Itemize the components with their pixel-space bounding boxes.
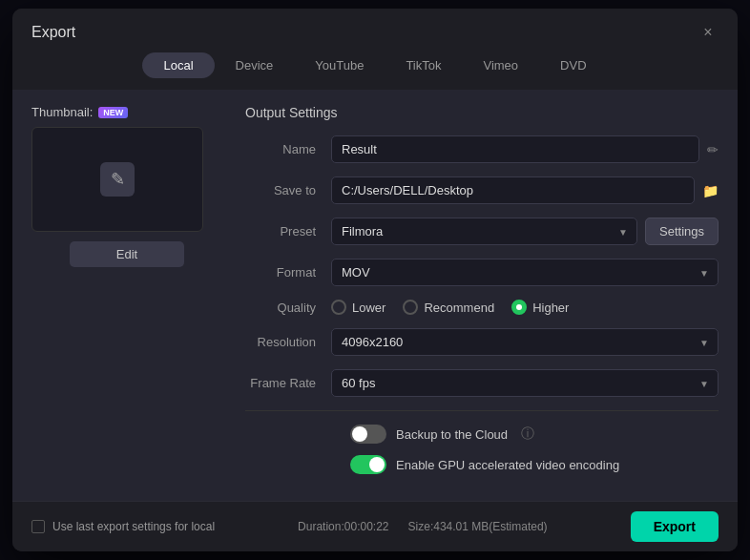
tab-local[interactable]: Local <box>142 52 214 78</box>
export-button[interactable]: Export <box>631 511 719 542</box>
frame-rate-select[interactable]: 60 fps <box>331 369 719 397</box>
format-select[interactable]: MOV <box>331 259 719 286</box>
gpu-thumb <box>369 457 385 472</box>
gpu-label: Enable GPU accelerated video encoding <box>396 458 619 472</box>
quality-radio-group: Lower Recommend Higher <box>331 300 569 315</box>
dialog-overlay: Export × Local Device YouTube TikTok Vim… <box>0 0 750 560</box>
footer-left: Use last export settings for local <box>31 520 215 533</box>
quality-recommend-option[interactable]: Recommend <box>403 300 494 315</box>
close-button[interactable]: × <box>698 22 719 43</box>
tab-tiktok[interactable]: TikTok <box>385 52 462 78</box>
quality-lower-option[interactable]: Lower <box>331 300 385 315</box>
size-label: Size: <box>408 520 434 533</box>
dialog-footer: Use last export settings for local Durat… <box>12 501 738 551</box>
backup-cloud-thumb <box>352 426 367 442</box>
save-to-input[interactable] <box>331 176 695 204</box>
gpu-toggle[interactable] <box>350 455 386 474</box>
tab-youtube[interactable]: YouTube <box>294 52 385 78</box>
quality-lower-label: Lower <box>352 301 385 315</box>
name-label: Name <box>245 142 331 156</box>
quality-label: Quality <box>245 301 331 315</box>
settings-divider <box>245 410 719 411</box>
thumbnail-label-row: Thumbnail: NEW <box>31 105 222 119</box>
preset-select[interactable]: Filmora <box>331 218 637 245</box>
thumbnail-text: Thumbnail: <box>31 105 93 119</box>
quality-lower-radio[interactable] <box>331 300 346 315</box>
settings-button[interactable]: Settings <box>645 218 719 245</box>
folder-icon[interactable]: 📁 <box>702 183 719 198</box>
tabs-bar: Local Device YouTube TikTok Vimeo DVD <box>12 52 738 90</box>
format-select-wrapper: MOV ▼ <box>331 259 719 286</box>
name-input-group: ✏ <box>331 135 719 163</box>
use-last-settings-checkbox[interactable] <box>31 520 45 533</box>
save-to-row: Save to 📁 <box>245 176 719 204</box>
size-value: 434.01 MB(Estimated) <box>433 520 547 533</box>
resolution-select[interactable]: 4096x2160 <box>331 328 719 356</box>
backup-cloud-row: Backup to the Cloud ⓘ <box>245 425 719 444</box>
resolution-label: Resolution <box>245 335 331 349</box>
format-row: Format MOV ▼ <box>245 259 719 286</box>
frame-rate-select-wrapper: 60 fps ▼ <box>331 369 719 397</box>
footer-center: Duration:00:00:22 Size:434.01 MB(Estimat… <box>298 520 548 533</box>
dialog-header: Export × <box>12 9 738 52</box>
backup-cloud-toggle[interactable] <box>350 425 386 444</box>
tab-device[interactable]: Device <box>215 52 295 78</box>
output-settings-title: Output Settings <box>245 105 719 120</box>
tab-dvd[interactable]: DVD <box>539 52 607 78</box>
tab-vimeo[interactable]: Vimeo <box>462 52 539 78</box>
duration-info: Duration:00:00:22 <box>298 520 388 533</box>
name-input[interactable] <box>331 135 699 163</box>
use-last-settings-text: Use last export settings for local <box>52 520 215 533</box>
frame-rate-row: Frame Rate 60 fps ▼ <box>245 369 719 397</box>
resolution-row: Resolution 4096x2160 ▼ <box>245 328 719 356</box>
output-settings-panel: Output Settings Name ✏ Save to 📁 <box>245 105 719 486</box>
backup-cloud-label: Backup to the Cloud <box>396 427 508 442</box>
duration-value: 00:00:22 <box>344 520 389 533</box>
quality-recommend-label: Recommend <box>424 301 494 315</box>
gpu-row: Enable GPU accelerated video encoding <box>245 455 719 474</box>
thumbnail-panel: Thumbnail: NEW ✎ Edit <box>31 105 222 486</box>
duration-label: Duration: <box>298 520 344 533</box>
quality-row: Quality Lower Recommend Higher <box>245 300 719 315</box>
resolution-select-wrapper: 4096x2160 ▼ <box>331 328 719 356</box>
new-badge: NEW <box>98 107 128 118</box>
quality-higher-label: Higher <box>532 301 569 315</box>
edit-thumbnail-button[interactable]: Edit <box>70 241 184 267</box>
thumbnail-preview: ✎ <box>31 127 203 232</box>
save-to-input-group: 📁 <box>331 176 719 204</box>
use-last-settings-label[interactable]: Use last export settings for local <box>31 520 215 533</box>
export-dialog: Export × Local Device YouTube TikTok Vim… <box>12 9 738 551</box>
preset-row: Preset Filmora ▼ Settings <box>245 218 719 245</box>
save-to-label: Save to <box>245 183 331 197</box>
name-row: Name ✏ <box>245 135 719 163</box>
dialog-title: Export <box>31 24 75 41</box>
backup-cloud-help-icon[interactable]: ⓘ <box>521 425 534 443</box>
frame-rate-label: Frame Rate <box>245 376 331 390</box>
quality-higher-radio[interactable] <box>511 300 527 315</box>
quality-higher-option[interactable]: Higher <box>511 300 569 315</box>
format-label: Format <box>245 265 331 280</box>
size-info: Size:434.01 MB(Estimated) <box>408 520 548 533</box>
quality-recommend-radio[interactable] <box>403 300 418 315</box>
edit-name-icon[interactable]: ✏ <box>707 142 719 157</box>
preset-label: Preset <box>245 224 331 239</box>
main-content: Thumbnail: NEW ✎ Edit Output Settings Na… <box>12 90 738 501</box>
preset-select-wrapper: Filmora ▼ <box>331 218 637 245</box>
edit-thumbnail-icon: ✎ <box>100 162 135 197</box>
